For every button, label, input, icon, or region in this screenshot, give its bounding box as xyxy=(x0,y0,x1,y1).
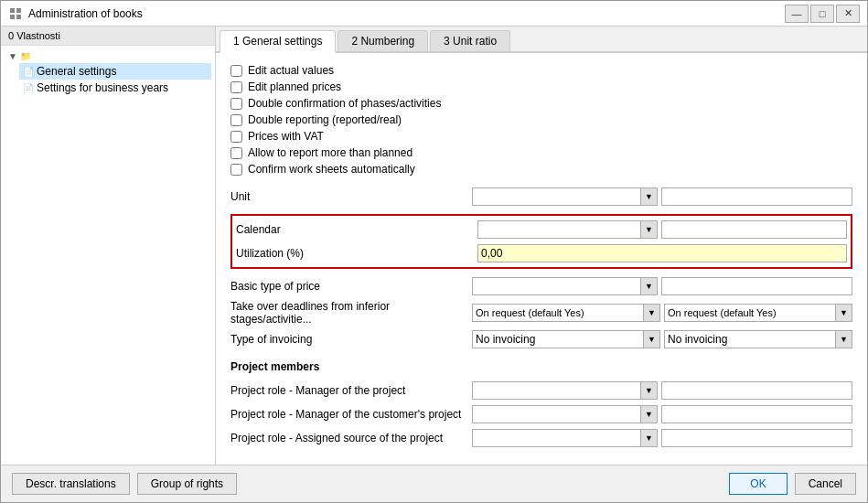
checkbox-label-allow-report: Allow to report more than planned xyxy=(248,146,413,159)
checkbox-prices-vat[interactable] xyxy=(230,131,242,143)
invoicing-arrow2[interactable]: ▼ xyxy=(835,331,852,348)
svg-rect-2 xyxy=(10,15,15,19)
title-bar: Administration of books — □ ✕ xyxy=(1,1,867,27)
label-invoicing: Type of invoicing xyxy=(230,333,468,346)
basic-price-dropdown-arrow[interactable]: ▼ xyxy=(640,278,657,294)
sidebar-tree: ▼ 📁 📄 General settings 📄 Settings for bu… xyxy=(1,46,215,465)
role3-dropdown[interactable]: ▼ xyxy=(472,429,658,447)
group-of-rights-button[interactable]: Group of rights xyxy=(137,473,237,495)
tab-content-general: Edit actual values Edit planned prices D… xyxy=(216,53,867,465)
calendar-controls: ▼ xyxy=(477,220,847,239)
form-row-basic-price: Basic type of price ▼ xyxy=(230,276,852,296)
window-title: Administration of books xyxy=(28,7,785,20)
cancel-button[interactable]: Cancel xyxy=(795,473,856,495)
checkbox-allow-report[interactable] xyxy=(230,147,242,159)
checkbox-double-report[interactable] xyxy=(230,114,242,126)
invoicing-select2[interactable] xyxy=(665,333,835,346)
role1-select[interactable] xyxy=(473,384,640,397)
role1-arrow[interactable]: ▼ xyxy=(640,382,657,399)
role1-input[interactable] xyxy=(661,381,852,400)
role3-select[interactable] xyxy=(473,432,640,444)
label-utilization: Utilization (%) xyxy=(236,247,474,260)
unit-input2[interactable] xyxy=(661,187,852,206)
form-row-take-over: Take over deadlines from inferior stages… xyxy=(230,300,852,326)
ok-button[interactable]: OK xyxy=(729,473,787,495)
label-take-over: Take over deadlines from inferior stages… xyxy=(230,300,468,326)
tree-children: 📄 General settings 📄 Settings for busine… xyxy=(5,63,211,96)
maximize-button[interactable]: □ xyxy=(810,5,834,23)
window-icon xyxy=(8,6,23,21)
role1-dropdown[interactable]: ▼ xyxy=(472,381,658,400)
tab-general[interactable]: 1 General settings xyxy=(220,30,336,53)
checkbox-edit-planned[interactable] xyxy=(230,81,242,93)
checkbox-label-confirm-work: Confirm work sheets automatically xyxy=(248,163,415,176)
take-over-select1[interactable] xyxy=(473,307,643,318)
calendar-select-field[interactable] xyxy=(478,223,640,236)
unit-dropdown-arrow[interactable]: ▼ xyxy=(640,188,657,205)
invoicing-controls: ▼ ▼ xyxy=(472,330,852,348)
invoicing-dropdown1[interactable]: ▼ xyxy=(472,330,660,348)
role2-input[interactable] xyxy=(661,405,852,423)
take-over-arrow2[interactable]: ▼ xyxy=(835,305,852,321)
tab-numbering[interactable]: 2 Numbering xyxy=(338,30,428,51)
role3-controls: ▼ xyxy=(472,429,852,447)
invoicing-select1[interactable] xyxy=(473,333,643,346)
basic-price-input2[interactable] xyxy=(661,277,852,295)
main-panel: 1 General settings 2 Numbering 3 Unit ra… xyxy=(216,27,867,465)
take-over-arrow1[interactable]: ▼ xyxy=(643,305,659,321)
take-over-dropdown1[interactable]: ▼ xyxy=(472,304,660,322)
minimize-button[interactable]: — xyxy=(785,5,809,23)
tab-unit-ratio[interactable]: 3 Unit ratio xyxy=(430,30,510,51)
checkbox-edit-actual[interactable] xyxy=(230,65,242,77)
form-row-role2: Project role - Manager of the customer's… xyxy=(230,404,852,424)
basic-price-dropdown[interactable]: ▼ xyxy=(472,277,658,295)
checkbox-row-confirm-work: Confirm work sheets automatically xyxy=(230,163,852,176)
role3-arrow[interactable]: ▼ xyxy=(640,430,657,446)
role2-dropdown[interactable]: ▼ xyxy=(472,405,658,423)
take-over-controls: ▼ ▼ xyxy=(472,304,852,322)
calendar-dropdown[interactable]: ▼ xyxy=(477,220,658,239)
take-over-select2[interactable] xyxy=(665,307,835,318)
label-unit: Unit xyxy=(230,190,468,203)
sidebar: 0 Vlastnosti ▼ 📁 📄 General settings 📄 Se… xyxy=(1,27,216,465)
calendar-input2[interactable] xyxy=(661,220,847,239)
role2-arrow[interactable]: ▼ xyxy=(640,406,657,423)
highlighted-section: Calendar ▼ Utilization (%) xyxy=(230,214,852,269)
form-row-calendar: Calendar ▼ xyxy=(236,219,847,240)
main-window: Administration of books — □ ✕ 0 Vlastnos… xyxy=(0,0,868,503)
svg-rect-0 xyxy=(10,8,15,13)
doc-icon-general: 📄 xyxy=(23,67,34,77)
label-calendar: Calendar xyxy=(236,223,474,236)
checkbox-row-double-report: Double reporting (reported/real) xyxy=(230,113,852,126)
form-row-role1: Project role - Manager of the project ▼ xyxy=(230,380,852,401)
tree-root[interactable]: ▼ 📁 xyxy=(5,49,211,63)
tree-item-business[interactable]: 📄 Settings for business years xyxy=(19,80,211,96)
close-button[interactable]: ✕ xyxy=(836,5,860,23)
doc-icon-business: 📄 xyxy=(23,83,34,93)
checkbox-double-confirm[interactable] xyxy=(230,98,242,110)
unit-select-field[interactable] xyxy=(473,190,640,203)
checkbox-label-double-confirm: Double confirmation of phases/activities xyxy=(248,97,441,110)
label-role1: Project role - Manager of the project xyxy=(230,384,468,397)
tree-label-business: Settings for business years xyxy=(37,81,168,94)
sidebar-header: 0 Vlastnosti xyxy=(1,27,215,46)
form-row-invoicing: Type of invoicing ▼ ▼ xyxy=(230,329,852,349)
form-row-role3: Project role - Assigned source of the pr… xyxy=(230,428,852,448)
basic-price-select-field[interactable] xyxy=(473,280,640,293)
invoicing-dropdown2[interactable]: ▼ xyxy=(664,330,852,348)
folder-icon: 📁 xyxy=(20,51,31,61)
take-over-dropdown2[interactable]: ▼ xyxy=(664,304,852,322)
checkbox-label-prices-vat: Prices with VAT xyxy=(248,130,324,143)
calendar-dropdown-arrow[interactable]: ▼ xyxy=(640,221,657,238)
descr-translations-button[interactable]: Descr. translations xyxy=(12,473,130,495)
role2-select[interactable] xyxy=(473,408,640,421)
checkbox-label-edit-actual: Edit actual values xyxy=(248,64,334,77)
unit-dropdown[interactable]: ▼ xyxy=(472,187,658,206)
role3-input[interactable] xyxy=(661,429,852,447)
checkbox-confirm-work[interactable] xyxy=(230,164,242,176)
checkbox-row-edit-actual: Edit actual values xyxy=(230,64,852,77)
tree-item-general[interactable]: 📄 General settings xyxy=(19,63,211,80)
invoicing-arrow1[interactable]: ▼ xyxy=(643,331,659,348)
svg-rect-1 xyxy=(16,8,21,13)
utilization-input[interactable]: 0,00 xyxy=(477,244,847,262)
